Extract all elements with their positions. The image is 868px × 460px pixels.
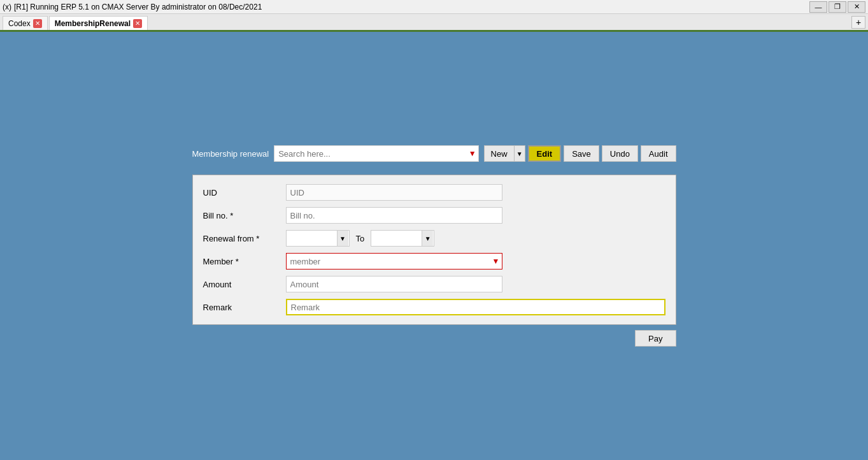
save-button[interactable]: Save: [564, 145, 599, 162]
toolbar-buttons: New ▼ Edit Save Undo Audit: [484, 145, 676, 162]
form-panel: Membership renewal ▼ New ▼ Edit Save Und…: [180, 133, 689, 359]
date-group: 12/8/2021 ▼ To 12/8/2021 ▼: [286, 230, 435, 247]
form-section: UID Bill no. * Renewal from * 12/8/2021 …: [192, 175, 676, 325]
to-label: To: [353, 234, 367, 243]
renewal-from-label: Renewal from *: [203, 234, 286, 243]
member-input[interactable]: [286, 253, 502, 270]
tab-codex-label: Codex: [8, 19, 31, 28]
amount-label: Amount: [203, 280, 286, 289]
renewal-from-dropdown-icon[interactable]: ▼: [337, 231, 348, 246]
uid-label: UID: [203, 188, 286, 198]
title-bar-controls: — ❐ ✕: [809, 1, 865, 13]
renewal-from-wrapper: 12/8/2021 ▼: [286, 230, 350, 247]
renewal-to-dropdown-icon[interactable]: ▼: [422, 231, 433, 246]
new-dropdown-button[interactable]: ▼: [514, 145, 525, 162]
undo-button[interactable]: Undo: [602, 145, 638, 162]
title-bar-left: (x) [R1] Running ERP 5.1 on CMAX Server …: [3, 3, 262, 11]
audit-button[interactable]: Audit: [641, 145, 676, 162]
member-wrapper: ▼: [286, 253, 502, 270]
search-input-wrapper: ▼: [274, 145, 478, 162]
title-bar-title: [R1] Running ERP 5.1 on CMAX Server By a…: [14, 3, 262, 11]
search-row: Membership renewal ▼ New ▼ Edit Save Und…: [192, 145, 676, 162]
tab-membership-renewal-close[interactable]: ✕: [133, 19, 142, 28]
app-icon: (x): [3, 3, 11, 11]
remark-label: Remark: [203, 303, 286, 312]
uid-input[interactable]: [286, 184, 502, 201]
member-row: Member * ▼: [203, 253, 665, 270]
edit-button[interactable]: Edit: [528, 145, 562, 162]
close-button[interactable]: ✕: [848, 1, 865, 13]
new-button-group: New ▼: [484, 145, 525, 162]
remark-input[interactable]: [286, 299, 665, 315]
minimize-button[interactable]: —: [809, 1, 827, 13]
remark-row: Remark: [203, 299, 665, 315]
tab-codex-close[interactable]: ✕: [33, 19, 42, 28]
renewal-to-wrapper: 12/8/2021 ▼: [371, 230, 434, 247]
pay-button[interactable]: Pay: [635, 330, 676, 347]
tab-membership-renewal-label: MembershipRenewal: [55, 19, 131, 28]
title-bar: (x) [R1] Running ERP 5.1 on CMAX Server …: [0, 0, 868, 14]
pay-row: Pay: [192, 330, 676, 347]
search-label: Membership renewal: [192, 149, 269, 159]
amount-row: Amount: [203, 276, 665, 292]
member-label: Member *: [203, 257, 286, 266]
amount-input[interactable]: [286, 276, 502, 292]
add-tab-button[interactable]: +: [851, 16, 865, 29]
billno-row: Bill no. *: [203, 207, 665, 224]
uid-row: UID: [203, 184, 665, 201]
restore-button[interactable]: ❐: [829, 1, 846, 13]
renewal-date-row: Renewal from * 12/8/2021 ▼ To 12/8/2021 …: [203, 230, 665, 247]
membership-renewal-search[interactable]: [274, 145, 478, 162]
main-content: Membership renewal ▼ New ▼ Edit Save Und…: [0, 32, 868, 460]
tab-membership-renewal[interactable]: MembershipRenewal ✕: [49, 16, 148, 30]
tab-codex[interactable]: Codex ✕: [3, 16, 48, 30]
new-button[interactable]: New: [484, 145, 514, 162]
billno-label: Bill no. *: [203, 211, 286, 220]
tab-bar: Codex ✕ MembershipRenewal ✕ +: [0, 14, 868, 32]
billno-input[interactable]: [286, 207, 502, 224]
